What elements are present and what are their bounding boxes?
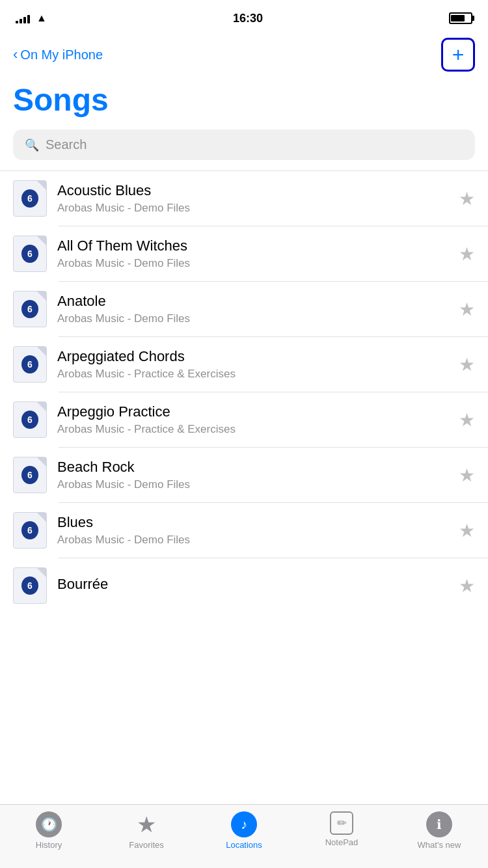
song-title: Bourrée: [57, 576, 448, 593]
song-badge: 6: [21, 355, 38, 373]
tab-history[interactable]: 🕐 History: [0, 811, 98, 850]
signal-icon: [16, 13, 30, 23]
song-info: All Of Them Witches Arobas Music - Demo …: [57, 237, 448, 270]
song-title: Blues: [57, 514, 448, 531]
song-item[interactable]: 6 Arpeggiated Chords Arobas Music - Prac…: [0, 337, 488, 392]
status-time: 16:30: [233, 12, 263, 25]
song-file-icon: 6: [13, 180, 47, 217]
song-info: Acoustic Blues Arobas Music - Demo Files: [57, 182, 448, 215]
star-button[interactable]: ★: [459, 243, 475, 265]
star-button[interactable]: ★: [459, 575, 475, 597]
song-badge: 6: [21, 300, 38, 318]
tab-whats-new-label: What's new: [418, 840, 461, 850]
song-item[interactable]: 6 Acoustic Blues Arobas Music - Demo Fil…: [0, 171, 488, 226]
song-item[interactable]: 6 Blues Arobas Music - Demo Files ★: [0, 503, 488, 558]
song-title: Anatole: [57, 293, 448, 310]
song-title: Acoustic Blues: [57, 182, 448, 199]
song-title: All Of Them Witches: [57, 237, 448, 254]
status-bar: ▲ 16:30: [0, 0, 488, 33]
song-subtitle: Arobas Music - Demo Files: [57, 478, 448, 491]
page-title: Songs: [13, 82, 475, 118]
search-container: 🔍 Search: [0, 129, 488, 170]
song-file-icon: 6: [13, 457, 47, 493]
tab-notepad-label: NotePad: [325, 837, 359, 847]
song-subtitle: Arobas Music - Practice & Exercises: [57, 368, 448, 381]
history-icon: 🕐: [36, 811, 62, 837]
page-title-section: Songs: [0, 78, 488, 129]
song-item[interactable]: 6 Bourrée ★: [0, 558, 488, 613]
back-label: On My iPhone: [20, 47, 103, 62]
song-list: 6 Acoustic Blues Arobas Music - Demo Fil…: [0, 171, 488, 613]
battery-icon: [449, 12, 472, 24]
search-placeholder: Search: [46, 137, 87, 152]
song-badge: 6: [21, 245, 38, 263]
tab-bar: 🕐 History ★ Favorites ♪ Locations ✏ Note…: [0, 804, 488, 868]
song-title: Beach Rock: [57, 459, 448, 476]
search-bar[interactable]: 🔍 Search: [13, 129, 475, 160]
song-badge: 6: [21, 576, 38, 595]
song-badge: 6: [21, 411, 38, 429]
plus-icon: +: [452, 44, 465, 65]
add-button[interactable]: +: [441, 38, 475, 72]
song-file-icon: 6: [13, 567, 47, 604]
search-icon: 🔍: [25, 138, 39, 152]
song-item[interactable]: 6 Arpeggio Practice Arobas Music - Pract…: [0, 392, 488, 447]
star-button[interactable]: ★: [459, 188, 475, 210]
signal-area: ▲: [16, 12, 47, 24]
song-subtitle: Arobas Music - Demo Files: [57, 257, 448, 270]
song-item[interactable]: 6 Anatole Arobas Music - Demo Files ★: [0, 282, 488, 336]
favorites-icon: ★: [137, 811, 156, 837]
star-button[interactable]: ★: [459, 409, 475, 431]
tab-favorites-label: Favorites: [129, 840, 163, 850]
song-title: Arpeggio Practice: [57, 403, 448, 420]
song-file-icon: 6: [13, 291, 47, 327]
song-subtitle: Arobas Music - Demo Files: [57, 202, 448, 215]
song-info: Arpeggio Practice Arobas Music - Practic…: [57, 403, 448, 436]
star-button[interactable]: ★: [459, 354, 475, 375]
song-info: Arpeggiated Chords Arobas Music - Practi…: [57, 348, 448, 381]
song-subtitle: Arobas Music - Demo Files: [57, 312, 448, 325]
song-title: Arpeggiated Chords: [57, 348, 448, 365]
locations-icon: ♪: [231, 811, 257, 837]
notepad-icon: ✏: [330, 811, 353, 835]
tab-spacer: [0, 613, 488, 678]
song-badge: 6: [21, 466, 38, 484]
song-file-icon: 6: [13, 512, 47, 549]
song-badge: 6: [21, 189, 38, 208]
wifi-icon: ▲: [36, 12, 47, 24]
song-file-icon: 6: [13, 401, 47, 438]
song-info: Bourrée: [57, 576, 448, 595]
nav-bar: ‹ On My iPhone +: [0, 33, 488, 78]
back-button[interactable]: ‹ On My iPhone: [13, 47, 103, 62]
song-info: Blues Arobas Music - Demo Files: [57, 514, 448, 547]
song-badge: 6: [21, 521, 38, 539]
song-file-icon: 6: [13, 236, 47, 272]
whats-new-icon: ℹ: [426, 811, 452, 837]
star-button[interactable]: ★: [459, 520, 475, 541]
tab-locations[interactable]: ♪ Locations: [195, 811, 293, 850]
star-button[interactable]: ★: [459, 465, 475, 486]
song-info: Anatole Arobas Music - Demo Files: [57, 293, 448, 325]
song-file-icon: 6: [13, 346, 47, 383]
tab-whats-new[interactable]: ℹ What's new: [390, 811, 488, 850]
tab-history-label: History: [36, 840, 62, 850]
tab-locations-label: Locations: [226, 840, 262, 850]
tab-notepad[interactable]: ✏ NotePad: [293, 811, 390, 847]
song-subtitle: Arobas Music - Practice & Exercises: [57, 423, 448, 436]
song-info: Beach Rock Arobas Music - Demo Files: [57, 459, 448, 491]
song-item[interactable]: 6 Beach Rock Arobas Music - Demo Files ★: [0, 448, 488, 502]
song-item[interactable]: 6 All Of Them Witches Arobas Music - Dem…: [0, 226, 488, 281]
star-button[interactable]: ★: [459, 299, 475, 320]
song-subtitle: Arobas Music - Demo Files: [57, 534, 448, 547]
tab-favorites[interactable]: ★ Favorites: [98, 811, 195, 850]
back-chevron-icon: ‹: [13, 47, 18, 62]
